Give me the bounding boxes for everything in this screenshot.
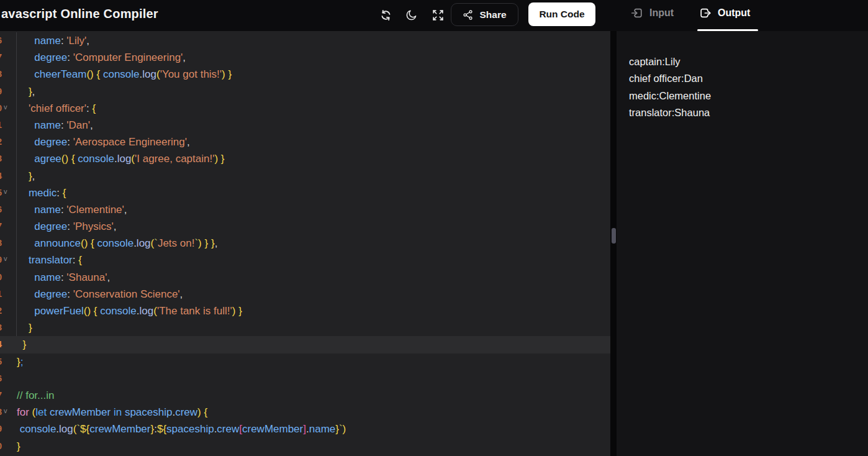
gutter-cell: 27 [0,387,17,404]
code-text: powerFuel() { console.log('The tank is f… [17,303,242,319]
code-text: } [17,336,26,353]
code-text: agree() { console.log('I agree, captain!… [17,150,225,167]
code-text: name: 'Shauna', [17,269,110,286]
code-text: }, [17,168,35,185]
topbar: avascript Online Compiler [0,0,868,31]
code-line[interactable]: 25}; [0,353,610,370]
code-text: medic: { [17,185,66,201]
gutter-cell: 16 [0,201,17,218]
code-line[interactable]: 7 degree: 'Computer Engineering', [0,49,610,66]
editor-scrollbar-thumb[interactable] [612,228,616,244]
fullscreen-button[interactable] [430,6,446,24]
gutter-cell: 29 [0,421,17,437]
code-line[interactable]: 22 powerFuel() { console.log('The tank i… [0,303,610,319]
refresh-button[interactable] [377,6,394,24]
tab-input-label: Input [649,7,674,19]
share-button-label: Share [479,9,506,21]
code-line[interactable]: 23 } [0,319,610,336]
code-line[interactable]: 26 [0,370,610,387]
code-line[interactable]: 16 name: 'Clementine', [0,201,610,218]
output-line: chief officer:Dan [629,70,868,87]
output-line: captain:Lily [629,53,868,70]
code-text: announce() { console.log(`Jets on!`) } }… [17,235,217,252]
gutter-cell: 28v [0,404,17,421]
tab-output[interactable]: Output [699,7,750,19]
gutter-cell: 24 [0,336,17,353]
active-tab-underline [697,29,758,31]
code-text: degree: 'Conservation Science', [17,286,183,303]
code-text: degree: 'Physics', [17,218,117,235]
code-line[interactable]: 11 name: 'Dan', [0,117,610,134]
line-number: 30 [0,440,2,451]
code-line[interactable]: 27// for...in [0,387,610,404]
line-number: 9 [0,86,2,96]
code-line[interactable]: 6 name: 'Lily', [0,32,610,49]
line-number: 26 [0,373,2,383]
line-number: 20 [0,271,2,282]
tab-output-label: Output [718,7,750,19]
gutter-cell: 13 [0,150,17,167]
gutter-cell: 19v [0,252,17,268]
code-text: name: 'Lily', [17,32,89,49]
line-number: 25 [0,356,2,367]
line-number: 27 [0,390,2,400]
code-line[interactable]: 21 degree: 'Conservation Science', [0,286,610,303]
code-text: name: 'Dan', [17,117,93,134]
code-line[interactable]: 9 }, [0,83,610,100]
line-number: 11 [0,119,2,130]
code-line[interactable]: 20 name: 'Shauna', [0,269,610,286]
fold-toggle-icon[interactable]: v [4,408,7,414]
code-line[interactable]: 14 }, [0,168,610,185]
code-line[interactable]: 24 } [0,336,610,353]
fullscreen-icon [432,9,445,22]
page-title: avascript Online Compiler [1,7,158,21]
line-number: 21 [0,288,2,299]
fold-toggle-icon[interactable]: v [4,104,7,111]
gutter-cell: 15v [0,185,17,201]
gutter-cell: 21 [0,286,17,303]
app-window: avascript Online Compiler [0,0,868,456]
gutter-cell: 9 [0,83,17,100]
fold-toggle-icon[interactable]: v [4,255,7,262]
line-number: 29 [0,423,2,434]
code-line[interactable]: 13 agree() { console.log('I agree, capta… [0,150,610,167]
topbar-icon-group [377,6,446,24]
tab-input[interactable]: Input [631,7,674,19]
code-line[interactable]: 17 degree: 'Physics', [0,218,610,235]
gutter-cell: 12 [0,134,17,150]
code-editor[interactable]: 6 name: 'Lily',7 degree: 'Computer Engin… [0,31,610,456]
theme-toggle-button[interactable] [404,6,420,24]
code-text: } [17,319,32,336]
line-number: 6 [0,35,2,45]
input-icon [631,7,643,19]
gutter-cell: 18 [0,235,17,252]
line-number: 12 [0,136,2,147]
code-text: }, [17,83,35,100]
share-button[interactable]: Share [451,3,518,26]
output-console: captain:Lilychief officer:Danmedic:Cleme… [629,53,868,121]
code-line[interactable]: 18 announce() { console.log(`Jets on!`) … [0,235,610,252]
code-line[interactable]: 15v medic: { [0,185,610,201]
code-text: degree: 'Computer Engineering', [17,49,186,66]
code-line[interactable]: 12 degree: 'Aerospace Engineering', [0,134,610,150]
moon-icon [405,9,418,21]
gutter-cell: 22 [0,303,17,319]
code-lines: 6 name: 'Lily',7 degree: 'Computer Engin… [0,32,610,455]
editor-scrollbar-track[interactable] [610,31,617,456]
gutter-cell: 17 [0,218,17,235]
code-line[interactable]: 8 cheerTeam() { console.log('You got thi… [0,66,610,83]
refresh-icon [379,9,392,22]
code-line[interactable]: 30} [0,438,610,455]
main-content: 6 name: 'Lily',7 degree: 'Computer Engin… [0,31,868,456]
code-line[interactable]: 10v 'chief officer': { [0,100,610,117]
share-icon [463,9,474,21]
code-line[interactable]: 29 console.log(`${crewMember}:${spaceshi… [0,421,610,437]
line-number: 18 [0,237,2,248]
gutter-cell: 30 [0,438,17,455]
code-line[interactable]: 28vfor (let crewMember in spaceship.crew… [0,404,610,421]
code-line[interactable]: 19v translator: { [0,252,610,268]
gutter-cell: 11 [0,117,17,134]
line-number: 22 [0,305,2,316]
run-code-button[interactable]: Run Code [528,2,595,26]
fold-toggle-icon[interactable]: v [4,188,7,195]
